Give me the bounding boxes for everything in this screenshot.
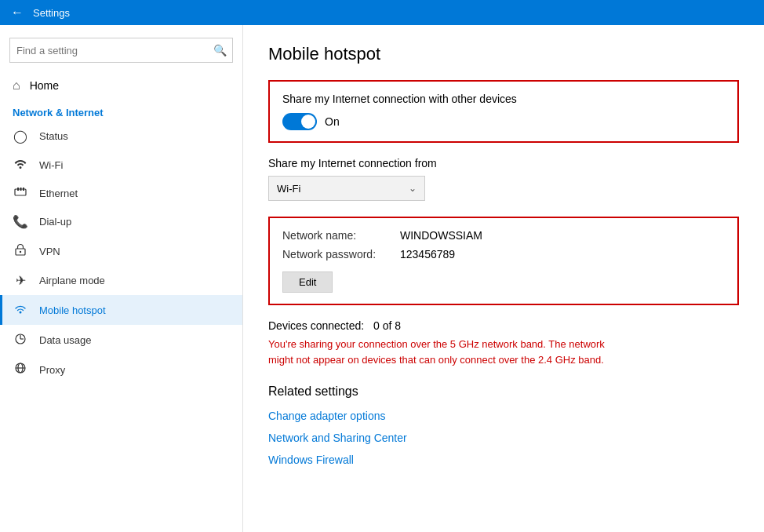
hotspot-icon <box>13 302 28 318</box>
sidebar: 🔍 ⌂ Home Network & Internet ◯ Status Wi-… <box>0 25 243 532</box>
share-toggle-box: Share my Internet connection with other … <box>268 80 739 143</box>
sidebar-item-hotspot[interactable]: Mobile hotspot <box>0 295 242 325</box>
sidebar-item-label: Proxy <box>39 364 65 376</box>
dialup-icon: 📞 <box>13 214 28 229</box>
sidebar-item-datausage[interactable]: Data usage <box>0 325 242 355</box>
change-adapter-options-link[interactable]: Change adapter options <box>268 410 739 422</box>
svg-point-5 <box>20 251 21 253</box>
sidebar-item-status[interactable]: ◯ Status <box>0 122 242 151</box>
datausage-icon <box>13 332 28 348</box>
sidebar-item-dialup[interactable]: 📞 Dial-up <box>0 207 242 236</box>
edit-button[interactable]: Edit <box>282 271 333 293</box>
share-from-label: Share my Internet connection from <box>268 157 739 169</box>
sidebar-search-container: 🔍 <box>9 38 233 63</box>
devices-label: Devices connected: <box>268 319 364 332</box>
dropdown-selected: Wi-Fi <box>277 183 300 195</box>
sidebar-home-label: Home <box>30 79 59 92</box>
chevron-down-icon: ⌄ <box>409 183 417 194</box>
search-input[interactable] <box>10 45 207 56</box>
sidebar-item-label: Dial-up <box>39 216 71 228</box>
windows-firewall-link[interactable]: Windows Firewall <box>268 454 739 466</box>
svg-rect-3 <box>23 188 24 191</box>
share-label: Share my Internet connection with other … <box>282 93 725 105</box>
titlebar: ← Settings <box>0 0 764 25</box>
devices-connected-row: Devices connected: 0 of 8 <box>268 319 739 332</box>
toggle-state-label: On <box>325 115 340 128</box>
sidebar-item-home[interactable]: ⌂ Home <box>0 72 242 99</box>
network-name-val: WINDOWSSIAM <box>400 229 482 242</box>
main-layout: 🔍 ⌂ Home Network & Internet ◯ Status Wi-… <box>0 25 764 532</box>
sidebar-item-label: Wi-Fi <box>39 159 63 171</box>
network-password-row: Network password: 123456789 <box>282 248 725 261</box>
home-icon: ⌂ <box>13 78 20 93</box>
ethernet-icon <box>13 186 28 200</box>
share-from-dropdown[interactable]: Wi-Fi ⌄ <box>268 176 425 201</box>
sidebar-item-label: Data usage <box>39 334 92 346</box>
network-password-key: Network password: <box>282 248 400 261</box>
wifi-icon <box>13 158 28 172</box>
sidebar-item-proxy[interactable]: Proxy <box>0 355 242 384</box>
back-button[interactable]: ← <box>9 5 25 20</box>
sidebar-item-label: Airplane mode <box>39 275 105 286</box>
devices-value: 0 of 8 <box>373 319 401 332</box>
sidebar-item-label: Status <box>39 130 68 142</box>
network-info-box: Network name: WINDOWSSIAM Network passwo… <box>268 217 739 305</box>
warning-text: You're sharing your connection over the … <box>268 337 606 367</box>
network-sharing-center-link[interactable]: Network and Sharing Center <box>268 432 739 444</box>
sidebar-item-label: VPN <box>39 246 60 257</box>
airplane-icon: ✈ <box>13 273 28 288</box>
proxy-icon <box>13 362 28 377</box>
network-name-key: Network name: <box>282 229 400 242</box>
related-settings-title: Related settings <box>268 384 739 399</box>
svg-point-6 <box>20 312 22 314</box>
sidebar-item-vpn[interactable]: VPN <box>0 236 242 266</box>
network-password-val: 123456789 <box>400 248 455 261</box>
svg-rect-2 <box>20 188 22 191</box>
status-icon: ◯ <box>13 129 28 144</box>
content-area: Mobile hotspot Share my Internet connect… <box>243 25 764 532</box>
sidebar-item-label: Mobile hotspot <box>39 304 106 316</box>
sidebar-item-label: Ethernet <box>39 188 78 199</box>
search-button[interactable]: 🔍 <box>207 38 232 63</box>
sidebar-section-label: Network & Internet <box>0 99 242 122</box>
sidebar-item-ethernet[interactable]: Ethernet <box>0 179 242 207</box>
vpn-icon <box>13 243 28 259</box>
titlebar-title: Settings <box>33 7 70 19</box>
sidebar-item-wifi[interactable]: Wi-Fi <box>0 151 242 179</box>
page-title: Mobile hotspot <box>268 44 739 64</box>
svg-rect-1 <box>17 188 19 191</box>
network-name-row: Network name: WINDOWSSIAM <box>282 229 725 242</box>
sidebar-item-airplane[interactable]: ✈ Airplane mode <box>0 266 242 295</box>
share-toggle[interactable] <box>282 113 317 130</box>
toggle-row: On <box>282 113 725 130</box>
